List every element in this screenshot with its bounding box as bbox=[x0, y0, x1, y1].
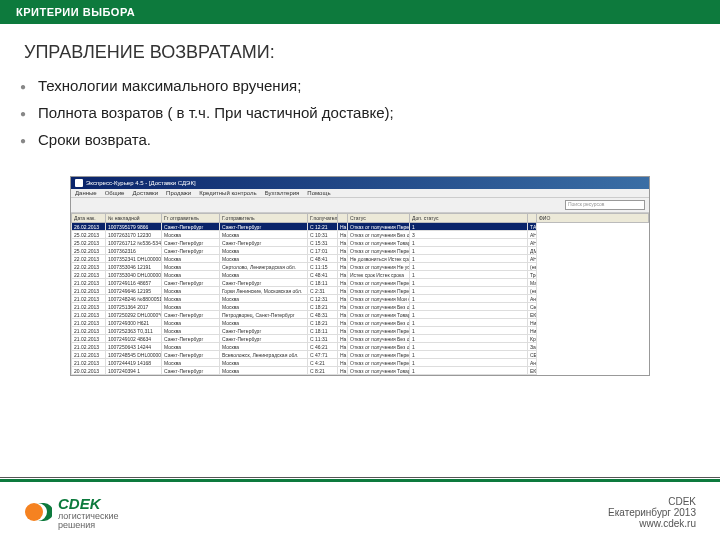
column-header[interactable] bbox=[338, 214, 348, 223]
data-grid[interactable]: Дата нак.№ накладнойГг отправительГ.отпр… bbox=[71, 213, 649, 375]
column-header[interactable]: Статус bbox=[348, 214, 410, 223]
grid-header-row[interactable]: Дата нак.№ накладнойГг отправительГ.отпр… bbox=[72, 214, 649, 223]
cell[interactable]: Заралмене bbox=[528, 343, 537, 351]
cell[interactable]: Москва bbox=[220, 303, 308, 311]
cell[interactable]: На время, возврат bbox=[338, 271, 348, 279]
cell[interactable]: На время, возврат bbox=[338, 231, 348, 239]
column-header[interactable] bbox=[528, 214, 537, 223]
cell[interactable]: 1 bbox=[410, 327, 528, 335]
cell[interactable]: 1007261712 №536-534 bbox=[106, 239, 162, 247]
cell[interactable]: Москва bbox=[220, 255, 308, 263]
cell[interactable]: Москва bbox=[220, 231, 308, 239]
cell[interactable]: Москва bbox=[220, 271, 308, 279]
cell[interactable]: С 15:31 bbox=[308, 239, 338, 247]
cell[interactable]: 21.02.2013 bbox=[72, 303, 106, 311]
table-row[interactable]: 20.02.20131007240394 1Санкт-ПетербургМос… bbox=[72, 367, 649, 375]
cell[interactable]: 21.02.2013 bbox=[72, 335, 106, 343]
cell[interactable]: 22.02.2013 bbox=[72, 271, 106, 279]
cell[interactable]: Николай bbox=[528, 319, 537, 327]
cell[interactable]: 1 bbox=[410, 319, 528, 327]
cell[interactable]: Санкт-Петербург bbox=[162, 351, 220, 359]
cell[interactable]: АНДРЕЙ bbox=[528, 231, 537, 239]
table-row[interactable]: 25.02.20131007263170 12230МоскваМоскваС … bbox=[72, 231, 649, 239]
cell[interactable]: 1007249102 48634 bbox=[106, 335, 162, 343]
column-header[interactable]: Доп. статус bbox=[410, 214, 528, 223]
cell[interactable]: 1 bbox=[410, 343, 528, 351]
column-header[interactable]: ФИО bbox=[537, 214, 649, 223]
table-row[interactable]: 21.02.20131007249646 12195МоскваГорки Ле… bbox=[72, 287, 649, 295]
table-row[interactable]: 22.02.20131007352341 DHL0000058МоскваМос… bbox=[72, 255, 649, 263]
cell[interactable]: 1007250292 DHL0000*094 bbox=[106, 311, 162, 319]
cell[interactable]: Отказ от получения Товар не подошел/не п… bbox=[348, 239, 410, 247]
cell[interactable]: 1007249116 48657 bbox=[106, 279, 162, 287]
cell[interactable]: На время, возврат bbox=[338, 351, 348, 359]
cell[interactable]: Москва bbox=[162, 231, 220, 239]
cell[interactable]: 1007395179 9866 bbox=[106, 223, 162, 231]
cell[interactable]: (неуказано) bbox=[528, 287, 537, 295]
table-row[interactable]: 21.02.20131007251364 2017МоскваМоскваС 1… bbox=[72, 303, 649, 311]
cell[interactable]: 1007249646 12195 bbox=[106, 287, 162, 295]
table-row[interactable]: 22.02.20131007353046 12191МоскваСертолов… bbox=[72, 263, 649, 271]
cell[interactable]: 1 bbox=[410, 311, 528, 319]
cell[interactable]: На время, возврат bbox=[338, 287, 348, 295]
cell[interactable]: 25.02.2013 bbox=[72, 239, 106, 247]
cell[interactable]: 1007362316 bbox=[106, 247, 162, 255]
cell[interactable]: Москва bbox=[162, 327, 220, 335]
cell[interactable]: 1007244419 14168 bbox=[106, 359, 162, 367]
cell[interactable]: 21.02.2013 bbox=[72, 279, 106, 287]
column-header[interactable]: Г.получатель bbox=[308, 214, 338, 223]
cell[interactable]: 1 bbox=[410, 335, 528, 343]
cell[interactable]: С 4:21 bbox=[308, 359, 338, 367]
cell[interactable]: 1 bbox=[410, 247, 528, 255]
cell[interactable]: Москва bbox=[162, 255, 220, 263]
cell[interactable]: 1007249300 Н621 bbox=[106, 319, 162, 327]
cell[interactable]: С 18:11 bbox=[308, 327, 338, 335]
cell[interactable]: На время, возврат bbox=[338, 255, 348, 263]
cell[interactable]: Отказ от получения Не устроили сроки bbox=[348, 263, 410, 271]
cell[interactable]: Петродворец, Санкт-Петербург bbox=[220, 311, 308, 319]
cell[interactable]: Сертолово, Ленинградская обл. bbox=[220, 263, 308, 271]
cell[interactable]: ДМИТРИЙ bbox=[528, 247, 537, 255]
menu-item[interactable]: Доставки bbox=[132, 190, 158, 196]
cell[interactable]: 1007352341 DHL0000058 bbox=[106, 255, 162, 263]
cell[interactable]: Отказ от получения Товар не подошел/не п… bbox=[348, 367, 410, 375]
cell[interactable]: С 8:21 bbox=[308, 367, 338, 375]
cell[interactable]: 1 bbox=[410, 287, 528, 295]
cell[interactable]: Отказ от получения Переадресат bbox=[348, 247, 410, 255]
cell[interactable]: С 12:31 bbox=[308, 295, 338, 303]
cell[interactable]: 26.02.2013 bbox=[72, 223, 106, 231]
cell[interactable]: 21.02.2013 bbox=[72, 295, 106, 303]
cell[interactable]: Кристина bbox=[528, 335, 537, 343]
table-row[interactable]: 21.02.20131007248246 №880005150МоскваМос… bbox=[72, 295, 649, 303]
cell[interactable]: Москва bbox=[162, 263, 220, 271]
cell[interactable]: Москва bbox=[220, 343, 308, 351]
cell[interactable]: С 11:15 bbox=[308, 263, 338, 271]
table-row[interactable]: 21.02.20131007250643 14244МоскваМоскваС … bbox=[72, 343, 649, 351]
cell[interactable]: Отказ от получения Без объяснения bbox=[348, 319, 410, 327]
table-row[interactable]: 21.02.20131007249300 Н621МоскваМоскваС 1… bbox=[72, 319, 649, 327]
table-row[interactable]: 22.02.20131007353040 DHL0000060МоскваМос… bbox=[72, 271, 649, 279]
menu-item[interactable]: Бухгалтерия bbox=[265, 190, 300, 196]
cell[interactable]: 1007353040 DHL0000060 bbox=[106, 271, 162, 279]
cell[interactable]: На время, возврат bbox=[338, 359, 348, 367]
cell[interactable]: С 11:31 bbox=[308, 335, 338, 343]
table-row[interactable]: 21.02.20131007252363 Т0,311МоскваСанкт-П… bbox=[72, 327, 649, 335]
grid-body[interactable]: 26.02.20131007395179 9866Санкт-Петербург… bbox=[72, 223, 649, 375]
column-header[interactable]: № накладной bbox=[106, 214, 162, 223]
menu-item[interactable]: Данные bbox=[75, 190, 97, 196]
cell[interactable]: Отказ от получения Переадресат bbox=[348, 279, 410, 287]
cell[interactable]: На время, возврат bbox=[338, 263, 348, 271]
cell[interactable]: Москва bbox=[220, 359, 308, 367]
cell[interactable]: 1007251364 2017 bbox=[106, 303, 162, 311]
cell[interactable]: Санкт-Петербург bbox=[162, 239, 220, 247]
cell[interactable]: 21.02.2013 bbox=[72, 327, 106, 335]
cell[interactable]: Москва bbox=[220, 247, 308, 255]
cell[interactable]: Сергей Ка bbox=[528, 303, 537, 311]
cell[interactable]: 22.02.2013 bbox=[72, 255, 106, 263]
cell[interactable]: С 18:21 bbox=[308, 319, 338, 327]
cell[interactable]: Отказ от получения Без объяснения bbox=[348, 303, 410, 311]
cell[interactable]: На время, возврат bbox=[338, 319, 348, 327]
column-header[interactable]: Гг отправитель bbox=[162, 214, 220, 223]
table-row[interactable]: 21.02.20131007249102 48634Санкт-Петербур… bbox=[72, 335, 649, 343]
cell[interactable]: Санкт-Петербург bbox=[162, 311, 220, 319]
